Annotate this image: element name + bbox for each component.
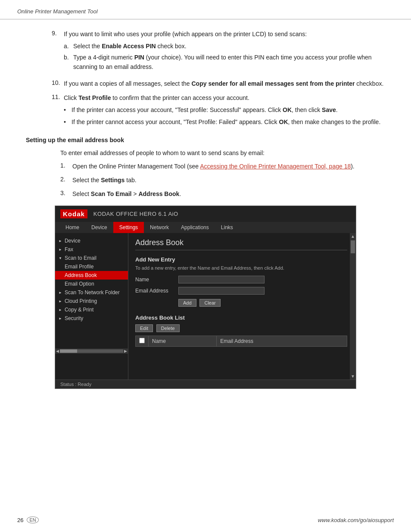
sidebar-scrollbar[interactable]: ◀ ▶ xyxy=(55,348,128,354)
step-9: 9. If you want to limit who uses your pr… xyxy=(52,30,385,74)
sub-step-3: 3. Select Scan To Email > Address Book. xyxy=(60,190,385,199)
status-text: Status : Ready xyxy=(60,382,91,387)
sub-step-1-num: 1. xyxy=(60,162,72,169)
step-9a-content: Select the Enable Access PIN check box. xyxy=(73,42,385,51)
step-9-content: If you want to limit who uses your profi… xyxy=(64,30,385,74)
address-book-table: Name Email Address xyxy=(135,336,347,347)
step-9-text: If you want to limit who uses your profi… xyxy=(64,31,307,37)
step-9b: b. Type a 4-digit numeric PIN (your choi… xyxy=(64,53,385,72)
intro-para: To enter email addresses of people to wh… xyxy=(60,149,385,158)
add-new-desc: To add a new entry, enter the Name and E… xyxy=(135,265,347,271)
tab-home[interactable]: Home xyxy=(59,222,85,233)
chevron-right-icon: ► xyxy=(59,239,62,243)
page-number: 26 xyxy=(17,517,23,523)
scroll-right-icon[interactable]: ▶ xyxy=(124,349,127,353)
clear-button[interactable]: Clear xyxy=(199,299,220,307)
chevron-right-icon: ► xyxy=(59,248,62,252)
step-9a-label: a. xyxy=(64,42,73,51)
sub-step-2-num: 2. xyxy=(60,176,72,183)
edit-button[interactable]: Edit xyxy=(135,324,153,332)
sidebar-item-security[interactable]: ► Security xyxy=(55,314,128,323)
vertical-scrollbar[interactable]: ▲ ▼ xyxy=(350,233,356,380)
sub-step-2-content: Select the Settings tab. xyxy=(72,176,385,185)
address-book-list-label: Address Book List xyxy=(135,314,347,321)
sub-step-3-num: 3. xyxy=(60,190,72,196)
ui-body: ► Device ► Fax ▼ Scan to Email Email Pro… xyxy=(55,233,356,380)
step-11-bullet1: • If the printer can access your account… xyxy=(64,106,385,115)
step-11-bullet2: • If the printer cannot access your acco… xyxy=(64,118,385,127)
sidebar-item-device[interactable]: ► Device xyxy=(55,236,128,245)
panel-title: Address Book xyxy=(135,238,347,250)
sidebar-item-copy-print[interactable]: ► Copy & Print xyxy=(55,305,128,314)
kodak-logo: Kodak xyxy=(60,209,87,218)
form-buttons: Add Clear xyxy=(178,299,347,307)
name-input[interactable] xyxy=(178,276,265,283)
scroll-up-icon[interactable]: ▲ xyxy=(350,233,356,240)
ui-sidebar: ► Device ► Fax ▼ Scan to Email Email Pro… xyxy=(55,233,128,380)
name-label: Name xyxy=(135,277,174,283)
step-10-content: If you want a copies of all messages, se… xyxy=(64,79,385,89)
email-input[interactable] xyxy=(178,287,265,295)
sidebar-item-scan-to-email[interactable]: ▼ Scan to Email xyxy=(55,254,128,262)
chevron-down-icon: ▼ xyxy=(59,256,62,260)
scroll-left-icon[interactable]: ◀ xyxy=(56,349,59,353)
sub-step-1: 1. Open the Online Printer Management To… xyxy=(60,162,385,171)
name-form-row: Name xyxy=(135,276,347,283)
sidebar-item-address-book[interactable]: Address Book xyxy=(55,271,128,280)
add-new-label: Add New Entry xyxy=(135,256,347,263)
sidebar-item-cloud-printing[interactable]: ► Cloud Printing xyxy=(55,297,128,305)
header-title: Online Printer Management Tool xyxy=(17,8,98,15)
email-form-row: Email Address xyxy=(135,287,347,295)
table-header-name: Name xyxy=(149,336,217,347)
kodak-header: Kodak KODAK OFFICE HERO 6.1 AiO xyxy=(55,206,356,222)
table-header-row: Name Email Address xyxy=(136,336,347,347)
chevron-right-icon: ► xyxy=(59,299,62,303)
online-printer-link[interactable]: Accessing the Online Printer Management … xyxy=(200,163,351,170)
chevron-right-icon: ► xyxy=(59,291,62,295)
sidebar-item-fax[interactable]: ► Fax xyxy=(55,245,128,254)
sidebar-item-scan-to-network[interactable]: ► Scan To Network Folder xyxy=(55,288,128,297)
table-header-email: Email Address xyxy=(217,336,347,347)
sidebar-item-email-profile[interactable]: Email Profile xyxy=(55,262,128,271)
step-9b-label: b. xyxy=(64,53,73,72)
ui-main-wrapper: Address Book Add New Entry To add a new … xyxy=(128,233,356,380)
footer-website: www.kodak.com/go/aiosupport xyxy=(318,517,394,523)
sidebar-item-email-option[interactable]: Email Option xyxy=(55,280,128,288)
ui-status-bar: Status : Ready xyxy=(55,380,356,389)
chevron-right-icon: ► xyxy=(59,308,62,312)
tab-settings[interactable]: Settings xyxy=(113,222,144,233)
scroll-thumb[interactable] xyxy=(351,240,355,253)
tab-applications[interactable]: Applications xyxy=(175,222,215,233)
step-11: 11. Click Test Profile to confirm that t… xyxy=(52,93,385,129)
page-header: Online Printer Management Tool xyxy=(0,0,411,19)
step-10-num: 10. xyxy=(52,79,64,86)
indented-block: To enter email addresses of people to wh… xyxy=(60,149,385,199)
step-11-num: 11. xyxy=(52,93,64,100)
step-11-content: Click Test Profile to confirm that the p… xyxy=(64,93,385,129)
page-footer: 26 EN www.kodak.com/go/aiosupport xyxy=(0,516,411,523)
ui-main-panel: Address Book Add New Entry To add a new … xyxy=(128,233,356,380)
tab-device[interactable]: Device xyxy=(85,222,113,233)
email-label: Email Address xyxy=(135,288,174,294)
delete-button[interactable]: Delete xyxy=(156,324,180,332)
kodak-device-title: KODAK OFFICE HERO 6.1 AiO xyxy=(93,211,178,217)
language-badge: EN xyxy=(27,516,38,523)
chevron-right-icon: ► xyxy=(59,317,62,320)
step-10: 10. If you want a copies of all messages… xyxy=(52,79,385,89)
ui-screenshot: Kodak KODAK OFFICE HERO 6.1 AiO Home Dev… xyxy=(55,205,356,389)
main-content: 9. If you want to limit who uses your pr… xyxy=(0,19,411,406)
select-all-checkbox[interactable] xyxy=(139,338,145,343)
instructions-list: 9. If you want to limit who uses your pr… xyxy=(52,30,385,130)
step-9-num: 9. xyxy=(52,30,64,37)
nav-tabs: Home Device Settings Network Application… xyxy=(55,222,356,233)
sub-step-2: 2. Select the Settings tab. xyxy=(60,176,385,185)
scroll-down-icon[interactable]: ▼ xyxy=(350,373,356,380)
section-heading: Setting up the email address book xyxy=(26,137,385,143)
sub-step-1-content: Open the Online Printer Management Tool … xyxy=(72,162,385,171)
table-header-checkbox xyxy=(136,336,149,347)
add-button[interactable]: Add xyxy=(178,299,196,307)
tab-network[interactable]: Network xyxy=(144,222,175,233)
list-buttons: Edit Delete xyxy=(135,324,347,332)
sub-step-3-content: Select Scan To Email > Address Book. xyxy=(72,190,385,199)
tab-links[interactable]: Links xyxy=(215,222,239,233)
